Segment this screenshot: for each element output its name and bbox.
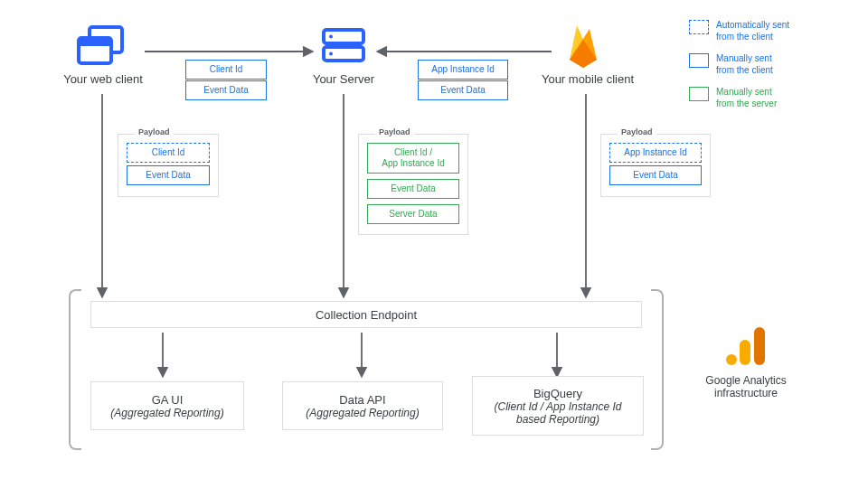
- output-data-api: Data API (Aggregated Reporting): [282, 381, 443, 430]
- server-label: Your Server: [298, 72, 389, 86]
- payload-web-item-0: Client Id: [127, 143, 210, 163]
- svg-point-14: [329, 52, 333, 56]
- legend-swatch-auto: [689, 20, 709, 34]
- svg-rect-16: [740, 340, 750, 365]
- legend-text-manual-server: Manually sent from the server: [716, 87, 777, 109]
- payload-mobile-item-0: App Instance Id: [609, 143, 702, 163]
- collection-endpoint-label: Collection Endpoint: [316, 308, 417, 322]
- server-icon: [320, 27, 367, 65]
- infra-bracket-left: [69, 289, 81, 450]
- ga-infra-label: Google Analytics infrastructure: [687, 374, 805, 399]
- legend-row-manual-server: Manually sent from the server: [689, 87, 852, 109]
- web-client-label: Your web client: [54, 72, 152, 86]
- payload-server-item-1: Event Data: [367, 179, 459, 199]
- payload-mobile-item-1: Event Data: [609, 165, 702, 185]
- output-ga-ui-sub: (Aggregated Reporting): [110, 407, 223, 419]
- legend-text-manual-client: Manually sent from the client: [716, 53, 773, 76]
- legend: Automatically sent from the client Manua…: [689, 20, 852, 120]
- flow-mobile-appid: App Instance Id: [418, 60, 508, 80]
- svg-point-13: [329, 35, 333, 39]
- svg-rect-10: [79, 38, 111, 46]
- mobile-client-label: Your mobile client: [533, 72, 642, 86]
- output-bigquery: BigQuery (Client Id / App Instance Id ba…: [472, 376, 644, 436]
- output-data-api-title: Data API: [339, 393, 385, 407]
- infra-bracket-right: [651, 289, 664, 450]
- output-data-api-sub: (Aggregated Reporting): [306, 407, 419, 419]
- output-ga-ui: GA UI (Aggregated Reporting): [90, 381, 244, 430]
- legend-swatch-manual-server: [689, 87, 709, 101]
- flow-mobile-eventdata: Event Data: [418, 80, 508, 100]
- output-bigquery-sub: (Client Id / App Instance Id based Repor…: [495, 400, 622, 426]
- legend-swatch-manual-client: [689, 53, 709, 68]
- google-analytics-icon: [723, 324, 767, 367]
- payload-web-item-1: Event Data: [127, 165, 210, 185]
- output-ga-ui-title: GA UI: [152, 393, 184, 407]
- web-client-icon: [76, 25, 128, 67]
- payload-web-title: Payload: [135, 127, 174, 136]
- payload-server-item-0: Client Id / App Instance Id: [367, 143, 459, 174]
- svg-point-15: [726, 354, 737, 365]
- payload-server-item-2: Server Data: [367, 204, 459, 224]
- firebase-icon: [562, 20, 604, 70]
- flow-web-clientid: Client Id: [185, 60, 267, 80]
- payload-server-title: Payload: [375, 127, 414, 136]
- output-bigquery-title: BigQuery: [533, 387, 582, 400]
- flow-web-eventdata: Event Data: [185, 80, 267, 100]
- legend-row-manual-client: Manually sent from the client: [689, 53, 852, 76]
- legend-row-auto: Automatically sent from the client: [689, 20, 852, 42]
- collection-endpoint: Collection Endpoint: [90, 301, 642, 328]
- payload-mobile-title: Payload: [618, 127, 656, 136]
- legend-text-auto: Automatically sent from the client: [716, 20, 789, 42]
- svg-rect-17: [754, 327, 765, 365]
